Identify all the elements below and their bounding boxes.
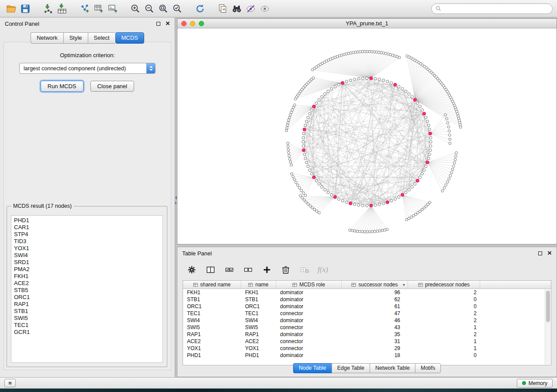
cell-mcds-role[interactable]: dominator — [276, 317, 342, 323]
cell-predecessor-nodes[interactable]: 2 — [408, 317, 480, 323]
add-column-button[interactable] — [261, 264, 273, 275]
network-leaf-node[interactable] — [291, 172, 293, 175]
close-panel-button[interactable]: Close panel — [90, 81, 135, 92]
network-leaf-node[interactable] — [305, 201, 308, 203]
column-header-name[interactable]: name — [241, 281, 276, 289]
network-node[interactable] — [349, 79, 352, 82]
network-leaf-node[interactable] — [449, 142, 451, 144]
network-leaf-node[interactable] — [447, 126, 450, 128]
network-leaf-node[interactable] — [353, 230, 356, 232]
network-node[interactable] — [353, 203, 356, 206]
table-scrollbar-thumb[interactable] — [546, 291, 550, 322]
network-node[interactable] — [361, 77, 364, 79]
network-leaf-node[interactable] — [459, 126, 462, 128]
network-node[interactable] — [327, 90, 329, 93]
export-network-button[interactable] — [78, 2, 92, 16]
list-item[interactable]: RAP1 — [14, 301, 160, 308]
network-node[interactable] — [411, 96, 413, 98]
cell-predecessor-nodes[interactable]: 1 — [408, 338, 480, 344]
network-leaf-node[interactable] — [285, 129, 288, 132]
export-image-button[interactable] — [106, 2, 120, 16]
close-panel-icon[interactable]: × — [166, 21, 170, 27]
network-leaf-node[interactable] — [381, 229, 384, 232]
select-all-rows-button[interactable] — [224, 264, 235, 275]
network-leaf-node[interactable] — [289, 161, 292, 163]
cell-mcds-role[interactable]: dominator — [276, 289, 342, 296]
cell-successor-nodes[interactable]: 31 — [342, 338, 408, 344]
network-leaf-node[interactable] — [349, 52, 352, 54]
network-node[interactable] — [421, 172, 423, 175]
table-row[interactable]: RAP1RAP1dominator352 — [183, 331, 551, 338]
network-leaf-node[interactable] — [287, 148, 290, 151]
network-node[interactable] — [429, 144, 432, 147]
tab-network[interactable]: Network — [31, 32, 63, 44]
tab-mcds[interactable]: MCDS — [115, 32, 144, 44]
network-hub-node[interactable] — [370, 204, 373, 207]
network-node[interactable] — [311, 172, 313, 175]
network-node[interactable] — [425, 165, 427, 168]
network-leaf-node[interactable] — [454, 158, 457, 161]
cell-shared-name[interactable]: PHD1 — [183, 352, 241, 358]
network-node[interactable] — [305, 161, 308, 164]
network-leaf-node[interactable] — [366, 50, 369, 53]
list-item[interactable]: PHD1 — [14, 217, 160, 224]
memory-button[interactable]: Memory — [517, 379, 553, 388]
network-node[interactable] — [311, 109, 313, 111]
network-leaf-node[interactable] — [382, 52, 385, 55]
network-hub-node[interactable] — [349, 202, 352, 205]
console-menu-button[interactable]: ≡ — [4, 379, 16, 387]
table-settings-button[interactable] — [186, 264, 197, 275]
network-node[interactable] — [321, 96, 323, 98]
table-row[interactable]: STB1STB1dominator620 — [183, 296, 551, 303]
network-node[interactable] — [378, 78, 381, 81]
search-input[interactable] — [444, 5, 548, 12]
list-item[interactable]: SRD1 — [14, 259, 160, 266]
open-file-button[interactable] — [4, 2, 18, 16]
close-window-icon[interactable] — [181, 21, 187, 26]
cell-shared-name[interactable]: ACE2 — [183, 338, 241, 344]
network-leaf-node[interactable] — [361, 50, 364, 53]
run-mcds-button[interactable]: Run MCDS — [41, 81, 83, 92]
column-header-shared-name[interactable]: shared name — [183, 281, 241, 289]
list-item[interactable]: CAR1 — [14, 224, 160, 231]
network-hub-node[interactable] — [422, 112, 426, 115]
cell-mcds-role[interactable]: dominator — [276, 303, 342, 309]
network-node[interactable] — [337, 198, 340, 200]
column-header-mcds-role[interactable]: MCDS role — [276, 281, 342, 289]
cell-shared-name[interactable]: FKH1 — [183, 289, 241, 296]
import-table-button[interactable] — [55, 2, 69, 16]
cell-shared-name[interactable]: TEC1 — [183, 310, 241, 316]
network-leaf-node[interactable] — [379, 230, 381, 232]
list-item[interactable]: FKH1 — [14, 273, 160, 280]
cell-predecessor-nodes[interactable]: 2 — [408, 310, 480, 316]
network-node[interactable] — [341, 199, 344, 202]
network-hub-node[interactable] — [416, 179, 419, 182]
sort-dropdown-icon[interactable]: ▼ — [402, 283, 405, 286]
network-node[interactable] — [357, 77, 360, 80]
network-leaf-node[interactable] — [291, 109, 294, 111]
network-node[interactable] — [330, 193, 333, 196]
network-leaf-node[interactable] — [449, 175, 452, 177]
cell-successor-nodes[interactable]: 47 — [342, 310, 408, 316]
cell-name[interactable]: TEC1 — [241, 310, 276, 316]
cell-name[interactable]: STB1 — [241, 296, 276, 303]
network-node[interactable] — [378, 203, 381, 206]
list-item[interactable]: PMA2 — [14, 266, 160, 273]
network-node[interactable] — [419, 176, 421, 179]
zoom-selected-button[interactable] — [170, 2, 184, 16]
network-leaf-node[interactable] — [351, 229, 354, 232]
network-leaf-node[interactable] — [448, 130, 450, 132]
network-leaf-node[interactable] — [398, 56, 401, 59]
network-hub-node[interactable] — [413, 98, 416, 101]
network-leaf-node[interactable] — [366, 230, 369, 233]
search-network-button[interactable] — [230, 2, 244, 16]
cell-successor-nodes[interactable]: 46 — [342, 317, 408, 323]
network-leaf-node[interactable] — [373, 51, 376, 53]
network-node[interactable] — [419, 105, 421, 108]
cell-shared-name[interactable]: STB1 — [183, 296, 241, 303]
network-node[interactable] — [411, 186, 413, 188]
network-leaf-node[interactable] — [311, 206, 314, 209]
cell-name[interactable]: YOX1 — [241, 345, 276, 351]
network-leaf-node[interactable] — [451, 168, 454, 171]
network-node[interactable] — [390, 82, 393, 84]
